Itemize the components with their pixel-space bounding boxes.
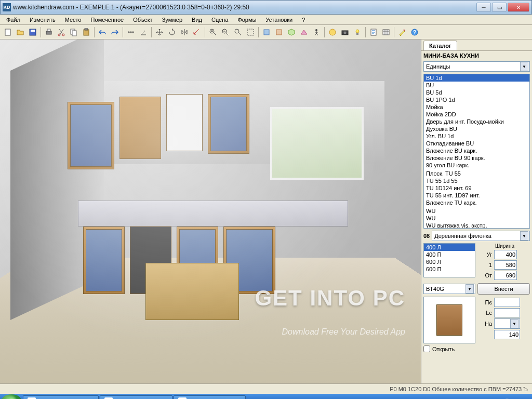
- menu-место[interactable]: Место: [61, 16, 86, 24]
- render-icon[interactable]: [327, 26, 338, 38]
- zoom-fit-icon[interactable]: [232, 26, 244, 38]
- list-item[interactable]: BU 5d: [424, 89, 529, 96]
- size-item[interactable]: 600 П: [424, 265, 475, 273]
- list-item[interactable]: TU 55 инт. 1D97 инт.: [424, 192, 529, 199]
- menu-объект[interactable]: Объект: [129, 16, 156, 24]
- category-dropdown[interactable]: Единицы: [423, 61, 530, 72]
- close-button[interactable]: ✕: [508, 3, 529, 12]
- size-item[interactable]: 600 Л: [424, 258, 475, 265]
- wizard-icon[interactable]: [396, 26, 408, 38]
- menu-вид[interactable]: Вид: [188, 16, 206, 24]
- tab-catalog[interactable]: Каталог: [423, 41, 457, 50]
- menu-помеченное[interactable]: Помеченное: [87, 16, 128, 24]
- estimate-icon[interactable]: [368, 26, 379, 38]
- menu-формы[interactable]: Формы: [233, 16, 260, 24]
- list-item[interactable]: BU 1PO 1d: [424, 96, 529, 103]
- list-item[interactable]: Духовка BU: [424, 125, 529, 132]
- app-icon: KD: [3, 3, 11, 11]
- menu-изменить[interactable]: Изменить: [25, 16, 60, 24]
- list-item[interactable]: TU 55 1d 55: [424, 177, 529, 184]
- walk-icon[interactable]: [311, 26, 322, 38]
- list-item[interactable]: Мойка: [424, 103, 529, 111]
- help-icon[interactable]: ?: [409, 26, 420, 38]
- menu-зуммер[interactable]: Зуммер: [158, 16, 187, 24]
- model-code-dropdown[interactable]: BT40G: [423, 284, 475, 294]
- list-item[interactable]: Вложение BU карк.: [424, 147, 529, 154]
- list-item[interactable]: WU: [424, 207, 529, 215]
- cut-icon[interactable]: [56, 26, 67, 38]
- depth-input[interactable]: [494, 260, 517, 270]
- measure-icon[interactable]: [125, 26, 137, 38]
- view-front-icon[interactable]: [273, 26, 285, 38]
- list-item[interactable]: Дверь для инт. Посудо-мойки: [424, 118, 529, 125]
- size-item[interactable]: 400 П: [424, 251, 475, 258]
- redo-icon[interactable]: [109, 26, 121, 38]
- list-item[interactable]: BU: [424, 82, 529, 89]
- list-item[interactable]: Вложение BU 90 карк.: [424, 154, 529, 162]
- sizes-listbox[interactable]: 400 Л400 П600 Л600 П: [423, 243, 475, 277]
- zoom-window-icon[interactable]: [245, 26, 256, 38]
- p-input[interactable]: [494, 298, 520, 307]
- view-top-icon[interactable]: [261, 26, 272, 38]
- undo-icon[interactable]: [97, 26, 108, 38]
- items-listbox[interactable]: BU 1dBUBU 5dBU 1PO 1dМойкаМойка 2DDДверь…: [423, 74, 530, 229]
- na-value-input[interactable]: [494, 330, 520, 339]
- list-item[interactable]: Откладивание BU: [424, 140, 529, 147]
- menu-файл[interactable]: Файл: [2, 16, 24, 24]
- light-icon[interactable]: [352, 26, 363, 38]
- dimension-icon[interactable]: [191, 26, 203, 38]
- list-item[interactable]: TU 1D124 инт. 69: [424, 184, 529, 192]
- copy-icon[interactable]: [68, 26, 79, 38]
- view-3d-icon[interactable]: [286, 26, 297, 38]
- open-icon[interactable]: [15, 26, 26, 38]
- catalog-title: МИНИ-БАЗА КУХНИ: [421, 51, 532, 60]
- taskbar-item[interactable]: 555555555555555...: [174, 395, 246, 399]
- menu-сцена[interactable]: Сцена: [207, 16, 232, 24]
- svg-rect-0: [5, 29, 10, 35]
- svg-text:?: ?: [413, 29, 417, 35]
- move-icon[interactable]: [154, 26, 165, 38]
- list-item[interactable]: Вложение TU карк.: [424, 199, 529, 206]
- save-icon[interactable]: [27, 26, 38, 38]
- angle-icon[interactable]: [138, 26, 149, 38]
- zoom-out-icon[interactable]: [220, 26, 231, 38]
- ot-input[interactable]: [494, 271, 517, 280]
- start-button[interactable]: [1, 394, 22, 399]
- menu-?[interactable]: ?: [298, 16, 309, 24]
- p-label: Пє: [480, 299, 492, 305]
- svg-rect-15: [264, 30, 269, 35]
- zoom-in-icon[interactable]: [207, 26, 219, 38]
- ug-input[interactable]: [494, 250, 517, 259]
- apply-button[interactable]: Внести: [477, 283, 530, 295]
- l-input[interactable]: [494, 308, 520, 317]
- finish-dropdown[interactable]: Деревянная филенка: [432, 231, 530, 241]
- list-item[interactable]: WU вытяжка vis. экстр.: [424, 222, 529, 229]
- maximize-button[interactable]: ▭: [492, 3, 507, 12]
- minimize-button[interactable]: ─: [476, 3, 491, 12]
- camera-icon[interactable]: [339, 26, 351, 38]
- list-item[interactable]: Угл. BU 1d: [424, 132, 529, 140]
- taskbar-item[interactable]: www.kitchendraw.c...: [100, 395, 172, 399]
- rotate-icon[interactable]: [166, 26, 178, 38]
- list-item[interactable]: 90 угол BU карк.: [424, 162, 529, 169]
- print-icon[interactable]: [43, 26, 55, 38]
- l-label: Lє: [480, 310, 492, 316]
- menu-установки[interactable]: Установки: [261, 16, 297, 24]
- paste-icon[interactable]: [81, 26, 92, 38]
- window-controls: ─ ▭ ✕: [476, 3, 529, 12]
- mirror-icon[interactable]: [179, 26, 190, 38]
- list-item[interactable]: Мойка 2DD: [424, 111, 529, 118]
- list-item[interactable]: BU 1d: [424, 74, 529, 82]
- open-checkbox[interactable]: [423, 345, 430, 352]
- list-item[interactable]: Плоск. TU 55: [424, 170, 529, 177]
- na-dropdown[interactable]: [494, 318, 520, 329]
- new-icon[interactable]: [2, 26, 14, 38]
- taskbar-item[interactable]: KitchenDraw 5.0E R...: [23, 395, 99, 399]
- view-perspective-icon[interactable]: [298, 26, 310, 38]
- size-item[interactable]: 400 Л: [424, 244, 475, 251]
- menubar: ФайлИзменитьМестоПомеченноеОбъектЗуммерВ…: [0, 15, 532, 25]
- table-icon[interactable]: [380, 26, 392, 38]
- svg-rect-16: [276, 30, 282, 35]
- 3d-viewport[interactable]: GET INTO PC Download Free Your Desired A…: [0, 39, 421, 383]
- list-item[interactable]: WU: [424, 215, 529, 222]
